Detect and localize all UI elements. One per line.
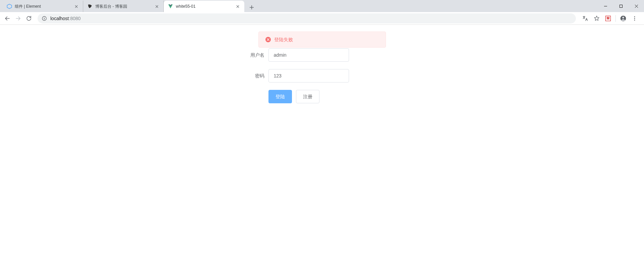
toolbar-right: M <box>580 13 641 24</box>
svg-point-5 <box>634 16 635 17</box>
close-icon[interactable] <box>154 4 159 9</box>
tab-cnblogs[interactable]: 博客后台 - 博客园 <box>83 1 164 12</box>
tab-bar: 组件 | Element 博客后台 - 博客园 white55-01 <box>0 0 644 12</box>
error-icon <box>265 37 271 42</box>
svg-point-6 <box>634 18 635 19</box>
browser-toolbar: localhost:8080 M <box>0 12 644 25</box>
maximize-button[interactable] <box>613 0 629 12</box>
mcafee-icon[interactable]: M <box>603 13 613 24</box>
error-message: 登陆失败 <box>258 32 386 48</box>
star-icon[interactable] <box>591 13 602 24</box>
close-icon[interactable] <box>235 4 240 9</box>
register-button[interactable]: 注册 <box>296 90 319 103</box>
minimize-button[interactable] <box>598 0 613 12</box>
form-item-password: 密码 <box>242 69 403 82</box>
svg-point-4 <box>622 16 624 18</box>
form-item-username: 用户名 <box>242 48 403 62</box>
svg-point-7 <box>634 19 635 20</box>
password-input[interactable] <box>268 69 349 82</box>
reload-button[interactable] <box>24 14 34 23</box>
profile-icon[interactable] <box>618 13 629 24</box>
browser-chrome: 组件 | Element 博客后台 - 博客园 white55-01 <box>0 0 644 25</box>
svg-marker-0 <box>7 4 11 8</box>
menu-icon[interactable] <box>629 13 640 24</box>
close-window-button[interactable] <box>629 0 644 12</box>
login-form: 用户名 密码 登陆 注册 <box>242 45 403 103</box>
address-bar[interactable]: localhost:8080 <box>38 13 576 23</box>
address-text: localhost:8080 <box>50 16 81 21</box>
tab-title: 博客后台 - 博客园 <box>95 4 151 9</box>
username-input[interactable] <box>268 48 349 62</box>
close-icon[interactable] <box>73 4 79 9</box>
svg-rect-1 <box>620 5 622 7</box>
forward-button[interactable] <box>13 14 23 23</box>
info-icon[interactable] <box>42 16 47 21</box>
cnblogs-favicon-icon <box>87 4 93 9</box>
tab-title: white55-01 <box>176 4 232 9</box>
page-content: 登陆失败 用户名 密码 登陆 注册 <box>0 25 644 103</box>
form-item-buttons: 登陆 注册 <box>242 90 403 103</box>
tab-white55[interactable]: white55-01 <box>164 1 244 12</box>
new-tab-button[interactable] <box>247 3 256 12</box>
back-button[interactable] <box>3 14 12 23</box>
login-button[interactable]: 登陆 <box>268 90 292 103</box>
password-label: 密码 <box>242 69 268 82</box>
tab-title: 组件 | Element <box>15 4 71 9</box>
error-text: 登陆失败 <box>274 37 293 42</box>
vue-favicon-icon <box>168 4 173 9</box>
username-label: 用户名 <box>242 48 268 62</box>
window-controls <box>598 0 644 12</box>
translate-icon[interactable] <box>580 13 591 24</box>
tab-element[interactable]: 组件 | Element <box>3 1 83 12</box>
separator <box>615 15 616 22</box>
element-favicon-icon <box>7 4 12 9</box>
